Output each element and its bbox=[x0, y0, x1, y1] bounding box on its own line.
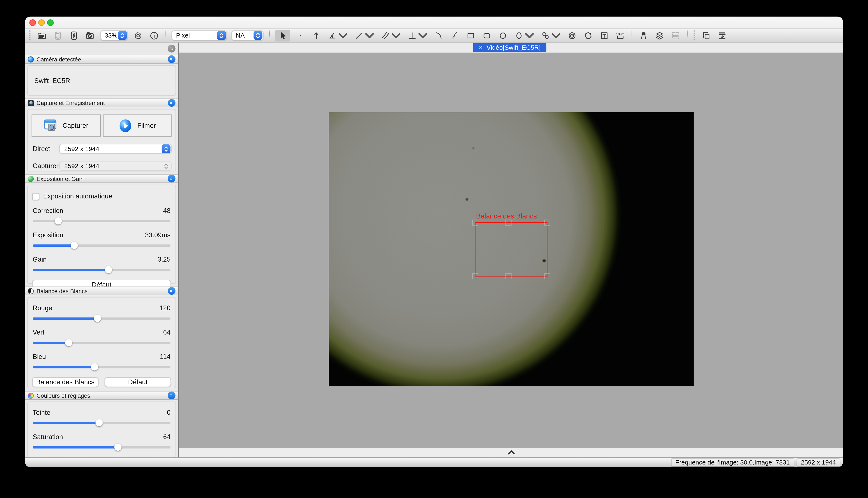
ellipse-tool[interactable] bbox=[513, 30, 535, 41]
chevron-down-icon[interactable] bbox=[338, 31, 348, 40]
toolbar-drag-handle[interactable] bbox=[29, 30, 31, 41]
info-button[interactable] bbox=[149, 30, 160, 41]
toolbar-drag-handle-2[interactable] bbox=[694, 30, 695, 41]
white-balance-roi-rect[interactable] bbox=[475, 222, 548, 276]
chevron-down-icon[interactable] bbox=[551, 31, 561, 40]
gain-slider[interactable] bbox=[33, 269, 170, 271]
quick-capture-button[interactable] bbox=[68, 30, 80, 41]
collapse-panel-button[interactable]: « bbox=[168, 287, 175, 294]
panel-header-capture[interactable]: Capture et Enregistrement « bbox=[25, 99, 178, 107]
roi-handle[interactable] bbox=[544, 273, 550, 279]
zoom-window-button[interactable] bbox=[47, 19, 54, 26]
app-window: 33%PixelNA10umCSV « Caméra détectée « Sw… bbox=[25, 17, 843, 467]
arrow-tool[interactable] bbox=[310, 30, 322, 41]
bottom-collapse-strip[interactable] bbox=[179, 448, 843, 457]
roi-handle[interactable] bbox=[472, 273, 478, 279]
chevron-down-icon[interactable] bbox=[391, 31, 401, 40]
unit-select[interactable]: Pixel bbox=[171, 30, 227, 41]
capture-still-button[interactable]: Capturer bbox=[31, 115, 101, 137]
curve-icon bbox=[450, 31, 459, 40]
perpendicular-tool[interactable] bbox=[406, 30, 429, 41]
chevron-down-icon[interactable] bbox=[525, 31, 534, 40]
rectangle-tool[interactable] bbox=[465, 30, 476, 41]
correction-slider[interactable] bbox=[33, 220, 170, 222]
saturation-slider-group: Saturation 64 bbox=[32, 433, 171, 448]
slider-thumb[interactable] bbox=[105, 266, 112, 273]
open-file-button[interactable] bbox=[36, 30, 48, 41]
point-tool[interactable] bbox=[295, 30, 306, 41]
panel-header-camera[interactable]: Caméra détectée « bbox=[25, 55, 178, 64]
teinte-slider[interactable] bbox=[33, 422, 170, 424]
slider-fill bbox=[33, 269, 108, 271]
polygon-tool[interactable] bbox=[583, 30, 594, 41]
arc-tool[interactable] bbox=[433, 30, 445, 41]
roi-handle[interactable] bbox=[505, 273, 512, 279]
sidebar-collapse-button[interactable]: « bbox=[168, 45, 175, 52]
angle-tool[interactable] bbox=[327, 30, 349, 41]
duplicate-view-button[interactable] bbox=[700, 30, 712, 41]
live-resolution-select[interactable]: 2592 x 1944 bbox=[59, 144, 171, 154]
panel-header-colors[interactable]: Couleurs et réglages « bbox=[25, 391, 178, 399]
parallel-lines-tool[interactable] bbox=[380, 30, 402, 41]
close-window-button[interactable] bbox=[29, 19, 36, 26]
collapse-panel-button[interactable]: « bbox=[168, 175, 175, 182]
export-csv-button: CSV bbox=[670, 30, 681, 41]
point-icon bbox=[296, 31, 305, 40]
zoom-level-select[interactable]: 33% bbox=[100, 30, 128, 41]
slider-label: Bleu bbox=[33, 353, 46, 361]
slider-thumb[interactable] bbox=[65, 339, 72, 346]
white-balance-default-button[interactable]: Défaut bbox=[105, 377, 171, 387]
minimize-window-button[interactable] bbox=[38, 19, 45, 26]
measure-caliper-button[interactable] bbox=[638, 30, 649, 41]
white-balance-button[interactable]: Balance des Blancs bbox=[32, 377, 99, 387]
panel-header-white-balance[interactable]: Balance des Blancs « bbox=[25, 287, 178, 295]
capture-resolution-select[interactable]: 2592 x 1944 bbox=[59, 161, 171, 171]
concentric-circles-tool[interactable] bbox=[566, 30, 578, 41]
magnification-select[interactable]: NA bbox=[231, 30, 263, 41]
slider-thumb[interactable] bbox=[54, 218, 62, 225]
layers-button[interactable] bbox=[654, 30, 665, 41]
chevron-down-icon[interactable] bbox=[365, 31, 374, 40]
auto-exposure-checkbox[interactable] bbox=[32, 193, 39, 200]
white-balance-roi-label: Balance des Blancs bbox=[476, 212, 537, 220]
bleu-slider[interactable] bbox=[33, 366, 170, 368]
collapse-panel-button[interactable]: « bbox=[168, 99, 175, 107]
curve-tool[interactable] bbox=[449, 30, 460, 41]
chevron-down-icon[interactable] bbox=[418, 31, 427, 40]
tab-video[interactable]: × Vidéo[Swift_EC5R] bbox=[473, 43, 546, 52]
line-tool[interactable] bbox=[353, 30, 375, 41]
export-image-button[interactable] bbox=[716, 30, 728, 41]
settings-button[interactable] bbox=[132, 30, 144, 41]
camera-live-view[interactable]: Balance des Blancs bbox=[329, 112, 694, 386]
exposition-slider[interactable] bbox=[33, 245, 170, 247]
close-tab-icon[interactable]: × bbox=[479, 44, 483, 51]
slider-label: Saturation bbox=[33, 433, 63, 441]
slider-thumb[interactable] bbox=[91, 363, 98, 371]
panel-header-exposure[interactable]: Exposition et Gain « bbox=[25, 174, 178, 183]
saturation-slider[interactable] bbox=[33, 446, 170, 448]
panel-title: Exposition et Gain bbox=[37, 175, 84, 182]
rounded-rectangle-tool[interactable] bbox=[481, 30, 493, 41]
record-video-button[interactable]: Filmer bbox=[103, 115, 172, 137]
roi-handle[interactable] bbox=[505, 220, 512, 226]
roi-handle[interactable] bbox=[472, 220, 478, 226]
bleu-slider-group: Bleu 114 bbox=[32, 353, 171, 368]
annulus-tool[interactable] bbox=[540, 30, 562, 41]
collapse-panel-button[interactable]: « bbox=[168, 55, 175, 63]
slider-thumb[interactable] bbox=[71, 242, 78, 249]
vert-slider[interactable] bbox=[33, 342, 170, 344]
rouge-slider[interactable] bbox=[33, 317, 170, 319]
slider-thumb[interactable] bbox=[114, 444, 122, 451]
collapse-panel-button[interactable]: « bbox=[168, 392, 175, 399]
slider-thumb[interactable] bbox=[95, 419, 103, 427]
text-tool[interactable] bbox=[598, 30, 610, 41]
detected-camera-item[interactable]: Swift_EC5R bbox=[33, 70, 170, 91]
direct-label: Direct: bbox=[31, 145, 59, 153]
circle-tool[interactable] bbox=[497, 30, 509, 41]
slider-thumb[interactable] bbox=[94, 315, 101, 322]
snapshot-timer-button[interactable] bbox=[84, 30, 96, 41]
roi-handle[interactable] bbox=[544, 220, 550, 226]
pointer-tool[interactable] bbox=[275, 30, 290, 41]
scalebar-tool[interactable]: 10um bbox=[614, 30, 626, 41]
rouge-slider-group: Rouge 120 bbox=[32, 304, 171, 320]
